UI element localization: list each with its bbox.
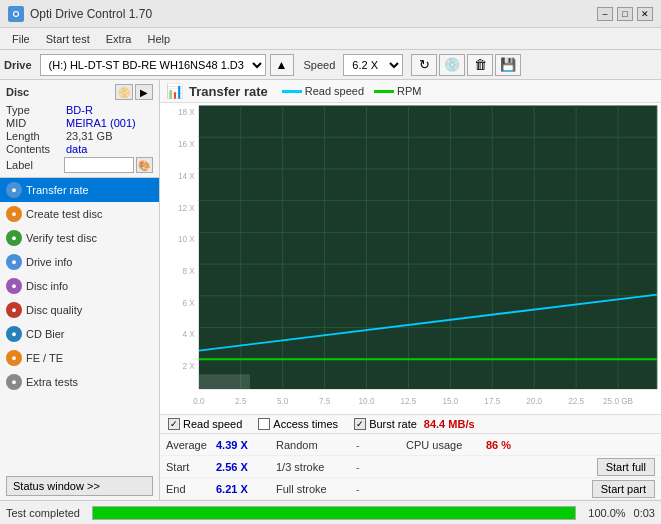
legend-label-read-speed: Read speed bbox=[305, 85, 364, 97]
stat-cpu-value: 86 % bbox=[486, 439, 511, 451]
nav-icon-create-test-disc: ● bbox=[6, 206, 22, 222]
svg-text:6 X: 6 X bbox=[183, 297, 195, 308]
nav-icon-fe-te: ● bbox=[6, 350, 22, 366]
stat-start-value: 2.56 X bbox=[216, 461, 266, 473]
nav-label-cd-bier: CD Bier bbox=[26, 328, 65, 340]
nav-icon-disc-quality: ● bbox=[6, 302, 22, 318]
nav-icon-transfer-rate: ● bbox=[6, 182, 22, 198]
disc-label-key: Label bbox=[6, 159, 64, 171]
checkbox-access-times[interactable] bbox=[258, 418, 270, 430]
stats-row-start: Start 2.56 X 1/3 stroke - Start full bbox=[160, 456, 661, 478]
title-bar: O Opti Drive Control 1.70 – □ ✕ bbox=[0, 0, 661, 28]
drive-label: Drive bbox=[4, 59, 32, 71]
checkbox-read-speed[interactable]: ✓ bbox=[168, 418, 180, 430]
svg-text:7.5: 7.5 bbox=[319, 395, 330, 406]
chart-legend: Read speed RPM bbox=[282, 85, 422, 97]
disc-label-button[interactable]: 🎨 bbox=[136, 157, 153, 173]
title-bar-controls: – □ ✕ bbox=[597, 7, 653, 21]
progress-bar bbox=[93, 507, 575, 519]
svg-text:4 X: 4 X bbox=[183, 329, 195, 340]
disc-length-row: Length 23,31 GB bbox=[6, 130, 153, 142]
disc-icon-1[interactable]: 📀 bbox=[115, 84, 133, 100]
erase-button[interactable]: 🗑 bbox=[467, 54, 493, 76]
legend-check-access-times[interactable]: Access times bbox=[258, 418, 338, 430]
svg-text:22.5: 22.5 bbox=[568, 395, 584, 406]
nav-icon-cd-bier: ● bbox=[6, 326, 22, 342]
refresh-button[interactable]: ↻ bbox=[411, 54, 437, 76]
stat-end-value: 6.21 X bbox=[216, 483, 266, 495]
stat-1-3-stroke-value: - bbox=[356, 461, 396, 473]
svg-text:16 X: 16 X bbox=[178, 138, 195, 149]
nav-drive-info[interactable]: ● Drive info bbox=[0, 250, 159, 274]
drive-select[interactable]: (H:) HL-DT-ST BD-RE WH16NS48 1.D3 bbox=[40, 54, 266, 76]
legend-check-access-times-label: Access times bbox=[273, 418, 338, 430]
disc-label-input[interactable] bbox=[64, 157, 134, 173]
eject-button[interactable]: ▲ bbox=[270, 54, 294, 76]
close-button[interactable]: ✕ bbox=[637, 7, 653, 21]
stat-random-label: Random bbox=[276, 439, 356, 451]
nav-disc-info[interactable]: ● Disc info bbox=[0, 274, 159, 298]
svg-text:8 X: 8 X bbox=[183, 265, 195, 276]
disc-icon-2[interactable]: ▶ bbox=[135, 84, 153, 100]
disc-header: Disc 📀 ▶ bbox=[6, 84, 153, 100]
disc-button[interactable]: 💿 bbox=[439, 54, 465, 76]
menu-start-test[interactable]: Start test bbox=[38, 31, 98, 47]
nav-label-fe-te: FE / TE bbox=[26, 352, 63, 364]
status-window-button[interactable]: Status window >> bbox=[6, 476, 153, 496]
nav-transfer-rate[interactable]: ● Transfer rate bbox=[0, 178, 159, 202]
nav-icon-disc-info: ● bbox=[6, 278, 22, 294]
legend-check-burst-rate-label: Burst rate bbox=[369, 418, 417, 430]
legend-check-burst-rate[interactable]: ✓ Burst rate 84.4 MB/s bbox=[354, 418, 474, 430]
nav-verify-test-disc[interactable]: ● Verify test disc bbox=[0, 226, 159, 250]
minimize-button[interactable]: – bbox=[597, 7, 613, 21]
disc-contents-label: Contents bbox=[6, 143, 66, 155]
legend-color-rpm bbox=[374, 90, 394, 93]
menu-bar: File Start test Extra Help bbox=[0, 28, 661, 50]
save-button[interactable]: 💾 bbox=[495, 54, 521, 76]
start-full-button[interactable]: Start full bbox=[597, 458, 655, 476]
nav-disc-quality[interactable]: ● Disc quality bbox=[0, 298, 159, 322]
app-icon: O bbox=[8, 6, 24, 22]
nav-icon-extra-tests: ● bbox=[6, 374, 22, 390]
stat-full-stroke-value: - bbox=[356, 483, 396, 495]
checkbox-burst-rate[interactable]: ✓ bbox=[354, 418, 366, 430]
svg-text:0.0: 0.0 bbox=[193, 395, 204, 406]
status-bar: Test completed 100.0% 0:03 bbox=[0, 500, 661, 524]
nav-label-disc-info: Disc info bbox=[26, 280, 68, 292]
nav-create-test-disc[interactable]: ● Create test disc bbox=[0, 202, 159, 226]
svg-rect-42 bbox=[199, 374, 250, 389]
chart-title: Transfer rate bbox=[189, 84, 268, 99]
progress-container bbox=[92, 506, 576, 520]
svg-text:17.5: 17.5 bbox=[484, 395, 500, 406]
disc-contents-row: Contents data bbox=[6, 143, 153, 155]
stat-random-value: - bbox=[356, 439, 396, 451]
svg-text:10 X: 10 X bbox=[178, 234, 195, 245]
nav-label-disc-quality: Disc quality bbox=[26, 304, 82, 316]
menu-extra[interactable]: Extra bbox=[98, 31, 140, 47]
legend-rpm: RPM bbox=[374, 85, 421, 97]
nav-icon-verify-test-disc: ● bbox=[6, 230, 22, 246]
status-time: 100.0% bbox=[588, 507, 625, 519]
nav-fe-te[interactable]: ● FE / TE bbox=[0, 346, 159, 370]
menu-help[interactable]: Help bbox=[139, 31, 178, 47]
legend-label-rpm: RPM bbox=[397, 85, 421, 97]
disc-length-label: Length bbox=[6, 130, 66, 142]
disc-type-label: Type bbox=[6, 104, 66, 116]
chart-legend-row: ✓ Read speed Access times ✓ Burst rate 8… bbox=[160, 414, 661, 434]
disc-mid-label: MID bbox=[6, 117, 66, 129]
disc-title: Disc bbox=[6, 86, 29, 98]
menu-file[interactable]: File bbox=[4, 31, 38, 47]
nav-extra-tests[interactable]: ● Extra tests bbox=[0, 370, 159, 394]
stat-end-label: End bbox=[166, 483, 216, 495]
speed-select[interactable]: 6.2 X 4.0 X 2.0 X bbox=[343, 54, 403, 76]
start-part-button[interactable]: Start part bbox=[592, 480, 655, 498]
svg-text:2 X: 2 X bbox=[183, 360, 195, 371]
nav-cd-bier[interactable]: ● CD Bier bbox=[0, 322, 159, 346]
stat-1-3-stroke-label: 1/3 stroke bbox=[276, 461, 356, 473]
maximize-button[interactable]: □ bbox=[617, 7, 633, 21]
status-text: Test completed bbox=[6, 507, 80, 519]
disc-mid-row: MID MEIRA1 (001) bbox=[6, 117, 153, 129]
legend-check-read-speed[interactable]: ✓ Read speed bbox=[168, 418, 242, 430]
sidebar: Disc 📀 ▶ Type BD-R MID MEIRA1 (001) Leng… bbox=[0, 80, 160, 500]
nav-label-transfer-rate: Transfer rate bbox=[26, 184, 89, 196]
